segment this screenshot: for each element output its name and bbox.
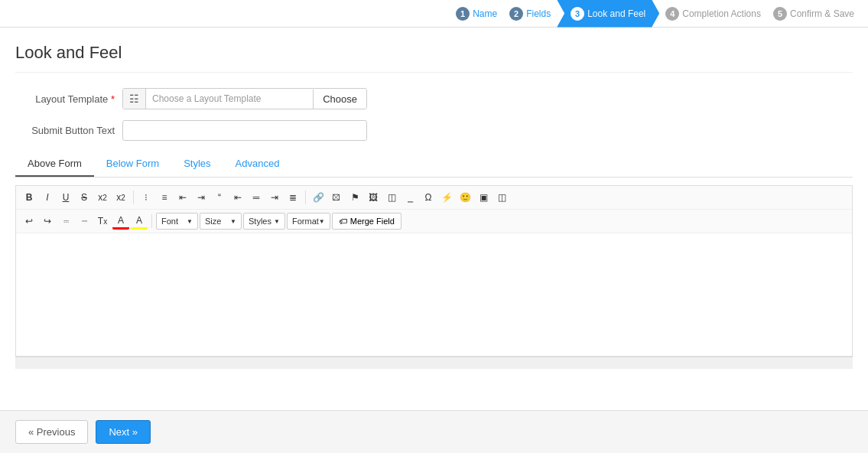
outdent-button[interactable]: ⇤ <box>174 189 191 206</box>
unlink-button[interactable]: ⛝ <box>328 189 345 206</box>
code-button[interactable]: ◫ <box>493 189 510 206</box>
choose-button[interactable]: Choose <box>313 90 366 109</box>
editor-container: B I U S x2 x2 ⁝ ≡ ⇤ ⇥ “ ⇤ ═ ⇥ ≣ 🔗 ⛝ ⚑ 🖼 … <box>15 185 853 357</box>
layout-template-group: Layout Template * ☷ Choose a Layout Temp… <box>15 88 853 109</box>
subscript-button[interactable]: x2 <box>94 189 111 206</box>
merge-field-label: Merge Field <box>350 217 395 226</box>
undo-button[interactable]: ↩ <box>21 213 37 230</box>
font-dropdown[interactable]: Font <box>156 213 198 230</box>
step-label-confirm: Confirm & Save <box>790 8 854 19</box>
step-completion: 4 Completion Actions <box>659 0 767 28</box>
tab-above-form[interactable]: Above Form <box>15 152 94 177</box>
step-num-2: 2 <box>509 7 523 21</box>
scroll-indicator <box>15 357 853 369</box>
step-label-name: Name <box>473 8 497 19</box>
layout-template-label: Layout Template * <box>15 93 122 105</box>
merge-field-button[interactable]: 🏷 Merge Field <box>332 213 401 230</box>
superscript-button[interactable]: x2 <box>112 189 129 206</box>
layout-template-placeholder: Choose a Layout Template <box>146 90 313 108</box>
toolbar-row-1: B I U S x2 x2 ⁝ ≡ ⇤ ⇥ “ ⇤ ═ ⇥ ≣ 🔗 ⛝ ⚑ 🖼 … <box>16 186 852 210</box>
submit-button-text-input[interactable] <box>122 120 367 141</box>
ordered-list-button[interactable]: ⁝ <box>138 189 154 206</box>
step-confirm: 5 Confirm & Save <box>767 7 860 21</box>
size-dropdown[interactable]: Size <box>200 213 242 230</box>
anchor-button[interactable]: ⚑ <box>346 189 363 206</box>
step-label-look: Look and Feel <box>587 8 645 19</box>
merge-field-icon: 🏷 <box>339 217 347 226</box>
format-dropdown[interactable]: Format <box>287 213 330 230</box>
page-title: Look and Feel <box>15 43 853 73</box>
tabs-bar: Above Form Below Form Styles Advanced <box>15 152 853 178</box>
redo-button[interactable]: ↪ <box>39 213 56 230</box>
editor-body[interactable] <box>16 233 852 356</box>
submit-button-text-label: Submit Button Text <box>15 125 122 136</box>
steps-bar: 1 Name 2 Fields 3 Look and Feel 4 Comple… <box>450 0 860 28</box>
top-nav: 1 Name 2 Fields 3 Look and Feel 4 Comple… <box>0 0 868 28</box>
underline-button[interactable]: U <box>57 189 74 206</box>
required-star: * <box>108 93 115 105</box>
submit-button-text-group: Submit Button Text <box>15 120 853 141</box>
clear-format-button[interactable]: Tx <box>94 213 111 230</box>
step-label-fields: Fields <box>526 8 551 19</box>
layout-template-input-wrapper: ☷ Choose a Layout Template Choose <box>122 88 367 109</box>
image-button[interactable]: 🖼 <box>365 189 382 206</box>
toolbar-row-2: ↩ ↪ ⎓ ┈ Tx A A Font Size Styles Format 🏷… <box>16 210 852 233</box>
step-num-5: 5 <box>773 7 787 21</box>
step-num-3: 3 <box>571 7 584 21</box>
copy-button[interactable]: ⎓ <box>57 213 74 230</box>
cut-button[interactable]: ┈ <box>76 213 93 230</box>
align-left-button[interactable]: ⇤ <box>229 189 246 206</box>
align-center-button[interactable]: ═ <box>248 189 265 206</box>
toolbar-sep-1 <box>133 191 134 204</box>
step-label-completion: Completion Actions <box>682 8 761 19</box>
font-color-button[interactable]: A <box>112 213 129 230</box>
link-button[interactable]: 🔗 <box>310 189 327 206</box>
blockquote-button[interactable]: “ <box>211 189 228 206</box>
flash-button[interactable]: ⚡ <box>438 189 455 206</box>
bg-color-button[interactable]: A <box>131 213 148 230</box>
tab-advanced[interactable]: Advanced <box>223 152 292 177</box>
media-button[interactable]: ▣ <box>475 189 492 206</box>
hr-button[interactable]: ⎯ <box>401 189 418 206</box>
table-button[interactable]: ◫ <box>383 189 400 206</box>
tab-styles[interactable]: Styles <box>171 152 223 177</box>
special-char-button[interactable]: Ω <box>420 189 437 206</box>
align-right-button[interactable]: ⇥ <box>266 189 283 206</box>
step-fields[interactable]: 2 Fields <box>503 0 557 28</box>
align-justify-button[interactable]: ≣ <box>284 189 301 206</box>
step-num-4: 4 <box>665 7 679 21</box>
step-num-1: 1 <box>456 7 470 21</box>
indent-button[interactable]: ⇥ <box>193 189 210 206</box>
main-content: Look and Feel Layout Template * ☷ Choose… <box>0 28 868 410</box>
strikethrough-button[interactable]: S <box>76 189 93 206</box>
step-name[interactable]: 1 Name <box>450 0 503 28</box>
step-look-and-feel[interactable]: 3 Look and Feel <box>557 0 659 28</box>
emoji-button[interactable]: 🙂 <box>457 189 473 206</box>
tab-below-form[interactable]: Below Form <box>94 152 171 177</box>
bold-button[interactable]: B <box>21 189 37 206</box>
styles-dropdown[interactable]: Styles <box>243 213 285 230</box>
toolbar-sep-2 <box>305 191 306 204</box>
unordered-list-button[interactable]: ≡ <box>156 189 173 206</box>
layout-template-icon: ☷ <box>123 89 146 109</box>
toolbar-sep-3 <box>151 214 152 228</box>
italic-button[interactable]: I <box>39 189 56 206</box>
